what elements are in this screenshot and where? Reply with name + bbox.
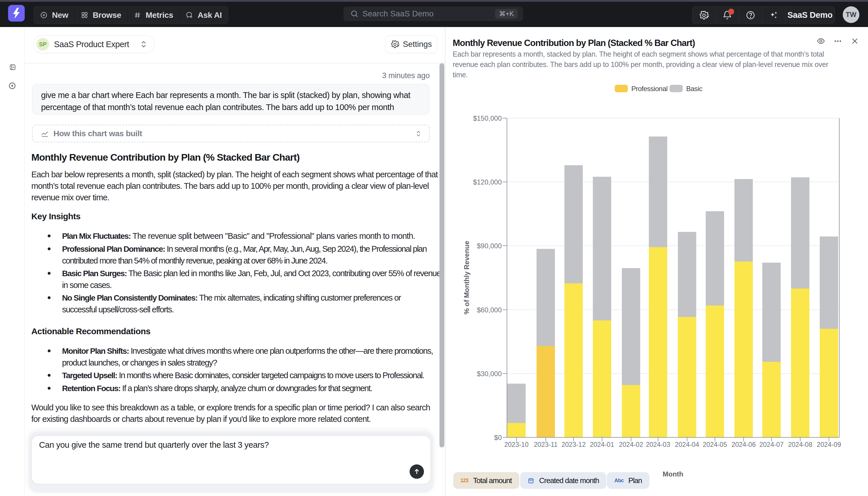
svg-text:2023-12: 2023-12: [562, 441, 586, 448]
svg-text:2024-09: 2024-09: [817, 441, 841, 448]
svg-text:2024-04: 2024-04: [675, 441, 700, 448]
svg-text:2024-06: 2024-06: [732, 441, 756, 448]
svg-text:$150,000: $150,000: [473, 114, 502, 122]
svg-text:2024-03: 2024-03: [646, 441, 670, 448]
svg-text:2023-10: 2023-10: [504, 441, 529, 448]
svg-text:2023-11: 2023-11: [534, 441, 558, 448]
svg-text:2024-02: 2024-02: [619, 441, 643, 448]
svg-text:$120,000: $120,000: [473, 178, 502, 186]
svg-text:2024-08: 2024-08: [788, 441, 812, 448]
svg-text:$30,000: $30,000: [477, 370, 502, 377]
svg-text:% of Monthly Revenue: % of Monthly Revenue: [463, 241, 470, 314]
svg-text:2024-07: 2024-07: [759, 441, 784, 448]
svg-text:$0: $0: [494, 434, 502, 441]
svg-text:$90,000: $90,000: [477, 242, 502, 250]
svg-text:2024-05: 2024-05: [703, 441, 727, 448]
svg-text:Month: Month: [663, 470, 683, 478]
svg-text:Basic: Basic: [686, 85, 703, 93]
svg-text:Professional: Professional: [631, 85, 668, 93]
svg-text:2024-01: 2024-01: [590, 441, 614, 448]
svg-text:$60,000: $60,000: [477, 306, 502, 314]
